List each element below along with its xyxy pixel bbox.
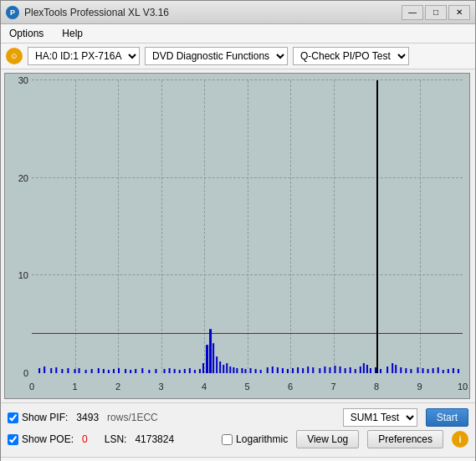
svg-rect-21: [164, 369, 166, 373]
svg-rect-25: [184, 369, 186, 373]
svg-rect-65: [366, 365, 368, 373]
y-label-10: 10: [8, 270, 28, 280]
svg-rect-44: [260, 370, 262, 373]
svg-rect-6: [74, 369, 75, 373]
svg-rect-64: [363, 363, 365, 373]
svg-rect-16: [130, 370, 131, 373]
x-label-2: 2: [115, 382, 120, 392]
svg-rect-13: [113, 369, 115, 373]
svg-rect-36: [226, 363, 228, 373]
svg-rect-32: [212, 343, 214, 373]
bottom-panel: Show PIF: 3493 rows/1ECC SUM1 Test Start…: [1, 402, 475, 457]
svg-rect-11: [103, 369, 105, 373]
svg-rect-81: [448, 369, 449, 373]
svg-rect-2: [50, 368, 52, 373]
close-button[interactable]: ✕: [448, 5, 470, 20]
svg-rect-47: [277, 367, 279, 373]
svg-rect-31: [209, 329, 212, 373]
svg-rect-37: [229, 366, 231, 373]
svg-rect-54: [312, 367, 314, 373]
svg-rect-33: [216, 356, 218, 373]
menu-help[interactable]: Help: [57, 26, 88, 41]
maximize-button[interactable]: □: [425, 5, 447, 20]
preferences-button[interactable]: Preferences: [367, 430, 443, 448]
lsn-value: 4173824: [135, 433, 174, 445]
svg-rect-39: [236, 368, 238, 373]
svg-rect-30: [206, 345, 208, 373]
window-title: PlexTools Professional XL V3.16: [24, 7, 169, 18]
svg-rect-53: [307, 366, 309, 373]
svg-rect-68: [380, 369, 381, 373]
svg-rect-50: [292, 368, 294, 373]
svg-rect-56: [324, 366, 325, 373]
x-label-4: 4: [202, 382, 207, 392]
svg-rect-51: [297, 367, 299, 373]
svg-rect-79: [438, 367, 439, 373]
pif-checkbox[interactable]: [8, 412, 18, 423]
x-label-5: 5: [244, 382, 249, 392]
chart-area: 30 20 10 0: [4, 73, 470, 399]
svg-rect-42: [250, 368, 252, 373]
status-bar: Ready: [1, 457, 475, 461]
chart-svg: [32, 80, 463, 373]
svg-rect-10: [98, 368, 100, 373]
x-label-9: 9: [417, 382, 422, 392]
svg-rect-27: [194, 370, 196, 373]
x-label-1: 1: [72, 382, 77, 392]
lsn-label: LSN:: [105, 433, 127, 445]
y-label-0: 0: [8, 368, 28, 378]
svg-rect-19: [148, 370, 150, 373]
poe-label: Show POE:: [22, 433, 74, 445]
svg-rect-61: [350, 367, 351, 373]
pif-label: Show PIF:: [22, 412, 68, 423]
svg-rect-43: [255, 369, 257, 373]
svg-rect-8: [85, 370, 87, 373]
svg-rect-80: [443, 370, 444, 373]
svg-rect-24: [179, 370, 181, 373]
menu-options[interactable]: Options: [4, 26, 49, 41]
svg-rect-67: [375, 367, 376, 373]
svg-rect-29: [202, 363, 204, 373]
x-label-7: 7: [330, 382, 335, 392]
log-label: Logarithmic: [236, 433, 288, 445]
info-icon[interactable]: i: [452, 431, 468, 448]
svg-rect-34: [219, 361, 221, 373]
minimize-button[interactable]: —: [402, 5, 423, 20]
svg-rect-1: [44, 366, 45, 373]
svg-rect-5: [67, 368, 69, 373]
view-log-button[interactable]: View Log: [296, 430, 359, 448]
bottom-row-1: Show PIF: 3493 rows/1ECC SUM1 Test Start: [8, 408, 468, 427]
function-select[interactable]: DVD Diagnostic Functions: [145, 47, 288, 65]
poe-checkbox[interactable]: [8, 434, 18, 445]
svg-rect-0: [38, 368, 40, 373]
svg-rect-72: [400, 367, 402, 373]
svg-rect-77: [427, 369, 429, 373]
svg-rect-38: [233, 367, 234, 373]
svg-rect-52: [302, 368, 304, 373]
svg-rect-3: [55, 367, 57, 373]
svg-rect-62: [355, 369, 356, 373]
svg-rect-48: [282, 368, 284, 373]
svg-rect-57: [329, 367, 330, 373]
x-label-0: 0: [29, 382, 34, 392]
poe-count: 0: [82, 433, 88, 445]
svg-rect-26: [189, 368, 191, 373]
y-label-30: 30: [8, 75, 28, 85]
start-button[interactable]: Start: [426, 408, 468, 427]
drive-select[interactable]: HA:0 ID:1 PX-716A: [28, 47, 140, 65]
sum-test-select[interactable]: SUM1 Test: [343, 408, 417, 427]
rows-label: rows/1ECC: [107, 412, 158, 423]
svg-rect-60: [345, 368, 346, 373]
svg-rect-7: [79, 368, 80, 373]
log-checkbox[interactable]: [222, 434, 233, 445]
svg-rect-59: [340, 366, 341, 373]
svg-rect-73: [405, 368, 407, 373]
pif-checkbox-wrapper: Show PIF:: [8, 412, 68, 423]
log-checkbox-wrapper: Logarithmic: [222, 433, 288, 445]
svg-rect-63: [360, 366, 361, 373]
svg-rect-40: [241, 368, 243, 373]
menu-bar: Options Help: [1, 24, 475, 44]
test-select[interactable]: Q-Check PI/PO Test: [293, 47, 409, 65]
svg-rect-20: [155, 369, 156, 373]
y-label-20: 20: [8, 173, 28, 183]
